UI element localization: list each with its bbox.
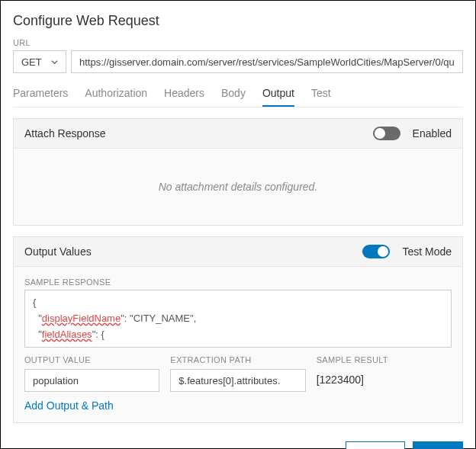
test-mode-toggle[interactable]: [362, 245, 390, 258]
tab-body[interactable]: Body: [221, 87, 246, 107]
output-values-header: Output Values Test Mode: [14, 237, 462, 267]
sample-result-label: SAMPLE RESULT: [317, 355, 452, 364]
attach-response-title: Attach Response: [24, 127, 106, 140]
output-columns: OUTPUT VALUE EXTRACTION PATH SAMPLE RESU…: [24, 355, 452, 392]
tab-headers[interactable]: Headers: [164, 87, 204, 107]
attach-response-toggle[interactable]: [373, 127, 400, 140]
chevron-down-icon: [51, 59, 58, 66]
cancel-button[interactable]: Cancel: [346, 441, 405, 449]
tab-parameters[interactable]: Parameters: [13, 87, 68, 107]
output-values-panel: Output Values Test Mode SAMPLE RESPONSE …: [13, 236, 463, 423]
sample-result-col: SAMPLE RESULT [1223400]: [317, 355, 452, 392]
attach-response-toggle-label: Enabled: [413, 127, 452, 140]
output-values-title: Output Values: [24, 245, 92, 258]
http-method-value: GET: [21, 56, 42, 68]
output-values-body: SAMPLE RESPONSE { "displayFieldName": "C…: [14, 267, 462, 422]
url-row: GET: [13, 50, 463, 73]
attach-response-panel: Attach Response Enabled No attachment de…: [13, 118, 463, 226]
extraction-path-input[interactable]: [170, 369, 305, 392]
tab-output[interactable]: Output: [262, 87, 294, 107]
test-mode-label: Test Mode: [402, 245, 452, 258]
extraction-path-col: EXTRACTION PATH: [170, 355, 305, 392]
save-button[interactable]: Save: [413, 441, 463, 449]
output-value-col: OUTPUT VALUE: [24, 355, 159, 392]
dialog-title: Configure Web Request: [13, 13, 463, 29]
output-value-input[interactable]: [24, 369, 159, 392]
sample-result-value: [1223400]: [317, 369, 452, 386]
sample-response-textarea[interactable]: { "displayFieldName": "CITY_NAME", "fiel…: [24, 290, 452, 348]
output-value-label: OUTPUT VALUE: [24, 355, 159, 364]
url-field-label: URL: [13, 38, 463, 47]
http-method-select[interactable]: GET: [13, 50, 66, 73]
dialog-footer: Cancel Save: [13, 434, 463, 449]
attach-response-body: No attachment details configured.: [14, 149, 462, 225]
configure-web-request-dialog: Configure Web Request URL GET Parameters…: [0, 0, 476, 449]
sample-response-label: SAMPLE RESPONSE: [24, 277, 452, 287]
extraction-path-label: EXTRACTION PATH: [170, 355, 305, 364]
attach-response-header: Attach Response Enabled: [14, 119, 462, 149]
tabs: Parameters Authorization Headers Body Ou…: [13, 87, 463, 107]
tab-test[interactable]: Test: [311, 87, 331, 107]
url-input[interactable]: [71, 50, 463, 73]
tab-authorization[interactable]: Authorization: [85, 87, 147, 107]
add-output-path-link[interactable]: Add Output & Path: [24, 399, 452, 412]
attach-response-placeholder: No attachment details configured.: [24, 159, 452, 214]
